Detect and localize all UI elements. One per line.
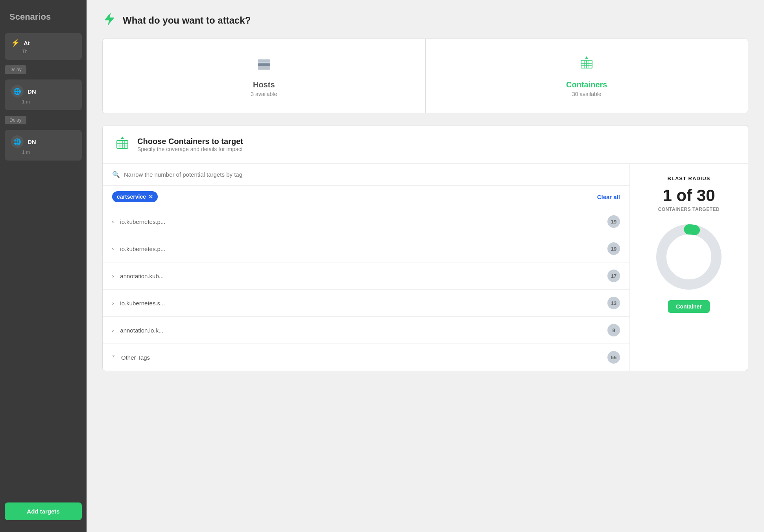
blast-radius-count: 1 of 30 bbox=[663, 186, 715, 205]
tag-name-5: Other Tags bbox=[121, 354, 607, 361]
sidebar-attack-sub: Th bbox=[11, 49, 76, 54]
tag-filter-panel: 🔍 cartservice ✕ Clear all › io bbox=[103, 164, 630, 371]
target-type-cards: Hosts 3 available Containers 30 availabl… bbox=[102, 39, 748, 113]
tag-count-3: 13 bbox=[607, 297, 620, 309]
delay-badge-1: Delay bbox=[5, 65, 26, 74]
svg-point-19 bbox=[668, 236, 709, 277]
hosts-label: Hosts bbox=[253, 80, 275, 89]
clear-all-button[interactable]: Clear all bbox=[597, 194, 620, 200]
svg-marker-9 bbox=[585, 56, 588, 59]
container-type-badge[interactable]: Container bbox=[668, 300, 709, 313]
active-tags-row: cartservice ✕ Clear all bbox=[103, 186, 629, 208]
hosts-card[interactable]: Hosts 3 available bbox=[103, 39, 426, 113]
blast-radius-panel: BLAST RADIUS 1 of 30 CONTAINERS TARGETED bbox=[630, 164, 748, 371]
tag-row-1[interactable]: › io.kubernetes.p... 19 bbox=[103, 235, 629, 262]
tag-search-input[interactable] bbox=[124, 171, 620, 178]
globe-card-sub-2: 1 m bbox=[11, 150, 76, 155]
globe-card-title-2: DN bbox=[28, 139, 36, 145]
tag-count-4: 9 bbox=[607, 324, 620, 336]
tag-row-2[interactable]: › annotation.kub... 17 bbox=[103, 262, 629, 290]
globe-icon-2: 🌐 bbox=[11, 135, 24, 148]
containers-sub: 30 available bbox=[572, 91, 602, 97]
chevron-down-icon-5: ˅ bbox=[112, 355, 115, 360]
active-tag-badge[interactable]: cartservice ✕ bbox=[112, 191, 158, 202]
choose-containers-panel: Choose Containers to target Specify the … bbox=[102, 125, 748, 371]
choose-containers-icon bbox=[114, 135, 131, 154]
blast-radius-subtitle: CONTAINERS TARGETED bbox=[658, 207, 720, 212]
tag-row-4[interactable]: › annotation.io.k... 9 bbox=[103, 317, 629, 344]
bolt-icon: ⚡ bbox=[11, 39, 20, 47]
globe-icon-1: 🌐 bbox=[11, 85, 24, 98]
tag-row-5[interactable]: ˅ Other Tags 55 bbox=[103, 344, 629, 371]
chevron-right-icon-2: › bbox=[112, 273, 114, 279]
tag-name-1: io.kubernetes.p... bbox=[120, 246, 607, 252]
choose-title: Choose Containers to target bbox=[137, 137, 243, 146]
blast-radius-chart bbox=[653, 222, 724, 292]
delay-badge-2: Delay bbox=[5, 116, 26, 124]
tag-name-0: io.kubernetes.p... bbox=[120, 218, 607, 225]
tag-name-3: io.kubernetes.s... bbox=[120, 300, 607, 307]
choose-header: Choose Containers to target Specify the … bbox=[103, 126, 748, 164]
globe-card-title-1: DN bbox=[28, 88, 36, 95]
sidebar-item-attack[interactable]: ⚡ At Th bbox=[5, 33, 82, 60]
blast-radius-title: BLAST RADIUS bbox=[668, 175, 710, 181]
tag-count-1: 19 bbox=[607, 242, 620, 255]
main-content: What do you want to attack? Hosts 3 avai… bbox=[87, 0, 764, 532]
sidebar-item-globe-2[interactable]: 🌐 DN 1 m bbox=[5, 130, 82, 161]
tag-name-4: annotation.io.k... bbox=[120, 327, 607, 334]
hosts-sub: 3 available bbox=[251, 91, 277, 97]
tag-name-2: annotation.kub... bbox=[120, 273, 607, 279]
add-targets-button[interactable]: Add targets bbox=[5, 502, 82, 520]
tag-count-0: 19 bbox=[607, 215, 620, 228]
sidebar-attack-title: At bbox=[24, 40, 30, 46]
svg-marker-16 bbox=[121, 137, 124, 139]
containers-label: Containers bbox=[566, 80, 607, 89]
remove-tag-button[interactable]: ✕ bbox=[148, 194, 153, 200]
attack-header: What do you want to attack? bbox=[102, 12, 748, 29]
chevron-right-icon-0: › bbox=[112, 219, 114, 225]
attack-title: What do you want to attack? bbox=[123, 15, 251, 26]
chevron-right-icon-1: › bbox=[112, 246, 114, 252]
choose-body: 🔍 cartservice ✕ Clear all › io bbox=[103, 164, 748, 371]
sidebar-title: Scenarios bbox=[0, 8, 87, 30]
chevron-right-icon-3: › bbox=[112, 300, 114, 306]
sidebar-item-globe-1[interactable]: 🌐 DN 1 m bbox=[5, 79, 82, 110]
svg-rect-1 bbox=[258, 59, 270, 63]
svg-rect-0 bbox=[258, 63, 270, 66]
choose-subtitle: Specify the coverage and details for imp… bbox=[137, 146, 243, 152]
tag-count-2: 17 bbox=[607, 270, 620, 282]
sidebar: Scenarios ⚡ At Th Delay 🌐 DN 1 m Delay 🌐… bbox=[0, 0, 87, 532]
search-icon: 🔍 bbox=[112, 171, 120, 178]
tag-row-3[interactable]: › io.kubernetes.s... 13 bbox=[103, 290, 629, 317]
tag-count-5: 55 bbox=[607, 351, 620, 364]
containers-icon bbox=[578, 55, 595, 76]
choose-header-text: Choose Containers to target Specify the … bbox=[137, 137, 243, 152]
globe-card-sub-1: 1 m bbox=[11, 99, 76, 105]
chevron-right-icon-4: › bbox=[112, 327, 114, 333]
attack-bolt-icon bbox=[102, 12, 116, 29]
tag-row-0[interactable]: › io.kubernetes.p... 19 bbox=[103, 208, 629, 235]
search-bar: 🔍 bbox=[103, 164, 629, 186]
hosts-icon bbox=[255, 55, 273, 76]
active-tag-label: cartservice bbox=[117, 194, 146, 200]
tag-list: › io.kubernetes.p... 19 › io.kubernetes.… bbox=[103, 208, 629, 371]
svg-rect-2 bbox=[258, 67, 270, 70]
containers-card[interactable]: Containers 30 available bbox=[426, 39, 748, 113]
